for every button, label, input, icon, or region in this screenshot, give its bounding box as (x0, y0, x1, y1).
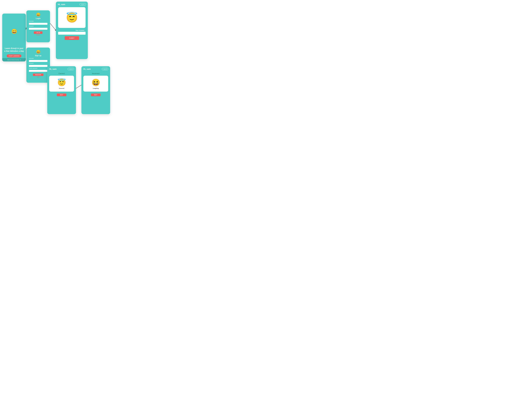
signup-title: Sign up (35, 55, 41, 57)
incorrect-emoji: 😆 (91, 78, 100, 87)
landing-emoji: 😄 (11, 29, 17, 34)
username-field-group: Username (29, 21, 47, 25)
confirm-password-input[interactable] (29, 70, 47, 72)
incorrect-header: Hi, sam Log out (81, 66, 110, 72)
signup-username-input[interactable] (29, 60, 47, 62)
password-input[interactable] (29, 28, 47, 30)
footer-arrow-icon: ◁ (20, 59, 21, 61)
landing-title: Learn Emoji in just a few minutes a day (4, 47, 24, 52)
signup-emoji: 😄 (36, 50, 40, 54)
correct-emoji-card: 😇 Innocent (49, 76, 74, 92)
quiz-submit-button[interactable]: SUBMIT (65, 36, 79, 40)
svg-line-1 (50, 23, 56, 30)
correct-greeting: Hi, sam (49, 68, 57, 70)
login-emoji: 😄 (36, 13, 40, 17)
nav-arrow-icon: ◁ (47, 39, 49, 41)
signup-password-input[interactable] (29, 65, 47, 67)
correct-status: Correct (47, 72, 76, 76)
incorrect-next-button[interactable]: NEXT (91, 94, 101, 96)
login-link[interactable]: Login (37, 76, 39, 78)
quiz-answer-input[interactable] (58, 32, 86, 35)
incorrect-logout-button[interactable]: Log out (102, 68, 108, 70)
signup-username-group: Username (29, 58, 47, 62)
signup-screen: 😄 Sign up Username Password Confirm pass… (26, 48, 50, 83)
correct-emoji-name: Innocent (59, 88, 64, 89)
correct-next-button[interactable]: NEXT (57, 94, 67, 96)
correct-emoji: 😇 (57, 78, 66, 87)
correct-header: Hi, sam Log out (47, 66, 76, 72)
start-learning-button[interactable]: START LEARNING (7, 54, 21, 57)
login-button[interactable]: LOG IN (34, 32, 42, 34)
password-label: Password (29, 25, 47, 27)
confirm-password-label: Confirm password (29, 68, 47, 69)
confirm-password-group: Confirm password (29, 68, 47, 72)
incorrect-status: Incorrect (81, 72, 110, 76)
correct-result-screen: Hi, sam Log out Correct 😇 Innocent NEXT (47, 66, 76, 114)
password-field-group: Password (29, 25, 47, 30)
signup-password-group: Password (29, 63, 47, 67)
register-button[interactable]: REGISTER (33, 74, 43, 76)
quiz-screen: Hi, sam Log out 😇 Your Answer: SUBMIT (56, 2, 88, 59)
username-label: Username (29, 21, 47, 22)
register-link[interactable]: Register (36, 34, 40, 35)
incorrect-emoji-card: 😆 Laughing (83, 76, 108, 92)
quiz-emoji: 😇 (66, 12, 78, 23)
landing-emoji-area: 😄 (11, 13, 17, 46)
correct-logout-button[interactable]: Log out (68, 68, 74, 70)
incorrect-result-screen: Hi, sam Log out Incorrect 😆 Laughing NEX… (81, 66, 110, 114)
landing-content: Learn Emoji in just a few minutes a day … (2, 46, 26, 58)
incorrect-greeting: Hi, sam (83, 68, 91, 70)
login-screen: 😄 Login Username Password LOG IN Registe… (26, 10, 50, 42)
quiz-greeting: Hi, sam (58, 3, 65, 6)
quiz-answer-label: Your Answer: (56, 30, 88, 31)
incorrect-emoji-name: Laughing (93, 88, 99, 89)
signup-username-label: Username (29, 58, 47, 59)
signup-password-label: Password (29, 63, 47, 64)
footer-text: Made by James & Courtney (7, 59, 19, 60)
landing-footer: Made by James & Courtney ◁ (2, 58, 26, 61)
login-title: Login (36, 17, 41, 19)
username-input[interactable] (29, 23, 47, 25)
quiz-emoji-card: 😇 (58, 7, 86, 28)
landing-screen: 😄 Learn Emoji in just a few minutes a da… (2, 13, 26, 61)
quiz-logout-button[interactable]: Log out (80, 3, 86, 6)
quiz-header: Hi, sam Log out (56, 2, 88, 7)
